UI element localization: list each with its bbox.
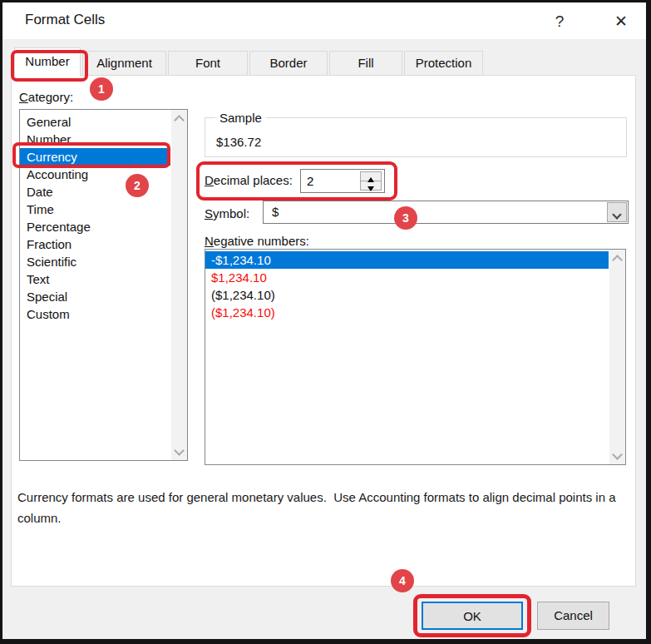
annotation-step3-badge: 3: [394, 206, 417, 230]
category-item-custom[interactable]: Custom: [20, 305, 170, 323]
symbol-combobox[interactable]: $: [263, 201, 629, 224]
scroll-up-icon[interactable]: [609, 251, 625, 267]
symbol-value: $: [272, 205, 279, 219]
tab-border[interactable]: Border: [249, 51, 328, 76]
help-button[interactable]: ?: [541, 9, 578, 34]
triangle-down-icon: [367, 186, 374, 191]
dialog-title: Format Cells: [25, 12, 105, 28]
negative-format-option-2[interactable]: $1,234.10: [205, 269, 609, 286]
category-item-text[interactable]: Text: [20, 270, 170, 288]
category-item-percentage[interactable]: Percentage: [20, 218, 170, 235]
negative-numbers-label: Negative numbers:: [205, 234, 309, 248]
tab-font[interactable]: Font: [168, 51, 248, 76]
category-item-general[interactable]: General: [20, 113, 170, 131]
spinner-down-button[interactable]: [361, 181, 381, 190]
format-cells-dialog: Format Cells ? ✕ Number Alignment Font B…: [0, 0, 651, 644]
decimal-places-input[interactable]: [301, 170, 359, 192]
category-scrollbar[interactable]: [171, 110, 187, 460]
scroll-up-icon[interactable]: [171, 111, 187, 127]
annotation-step1-badge: 1: [90, 77, 113, 101]
negative-format-option-4[interactable]: ($1,234.10): [205, 304, 609, 321]
annotation-step4-badge: 4: [391, 569, 414, 592]
scroll-down-icon[interactable]: [171, 443, 187, 458]
annotation-step2-badge: 2: [126, 174, 149, 197]
category-item-fraction[interactable]: Fraction: [20, 235, 170, 253]
chevron-down-icon: [612, 210, 621, 219]
sample-value: $136.72: [216, 135, 261, 149]
sample-label: Sample: [215, 111, 266, 125]
category-item-scientific[interactable]: Scientific: [20, 253, 170, 270]
cancel-button[interactable]: Cancel: [537, 602, 609, 630]
category-item-time[interactable]: Time: [20, 201, 170, 218]
tab-number[interactable]: Number: [14, 47, 81, 76]
negative-numbers-scrollbar[interactable]: [609, 250, 625, 464]
category-item-number[interactable]: Number: [20, 131, 170, 148]
decimal-places-field: [300, 169, 385, 193]
tab-protection[interactable]: Protection: [404, 51, 483, 76]
tab-fill[interactable]: Fill: [329, 51, 402, 76]
scroll-down-icon[interactable]: [609, 447, 625, 463]
close-button[interactable]: ✕: [603, 9, 639, 34]
category-label: Category:: [19, 90, 73, 104]
title-bar: Format Cells ? ✕: [2, 2, 646, 39]
negative-format-option-1[interactable]: -$1,234.10: [205, 251, 609, 269]
category-listbox: General Number Currency Accounting Date …: [19, 109, 188, 461]
negative-numbers-listbox: -$1,234.10 $1,234.10 ($1,234.10) ($1,234…: [205, 249, 626, 465]
decimal-places-stepper: [360, 171, 382, 191]
symbol-dropdown-button[interactable]: [607, 202, 627, 222]
negative-format-option-3[interactable]: ($1,234.10): [205, 286, 609, 304]
category-item-currency[interactable]: Currency: [20, 148, 170, 166]
category-description: Currency formats are used for general mo…: [17, 487, 629, 528]
number-tab-panel: Category: General Number Currency Accoun…: [11, 75, 636, 587]
ok-button[interactable]: OK: [422, 602, 523, 630]
decimal-places-label: Decimal places:: [205, 173, 293, 187]
symbol-label: Symbol:: [205, 206, 249, 220]
sample-groupbox: Sample $136.72: [205, 117, 627, 157]
tab-alignment[interactable]: Alignment: [82, 51, 166, 76]
category-item-special[interactable]: Special: [20, 288, 170, 305]
